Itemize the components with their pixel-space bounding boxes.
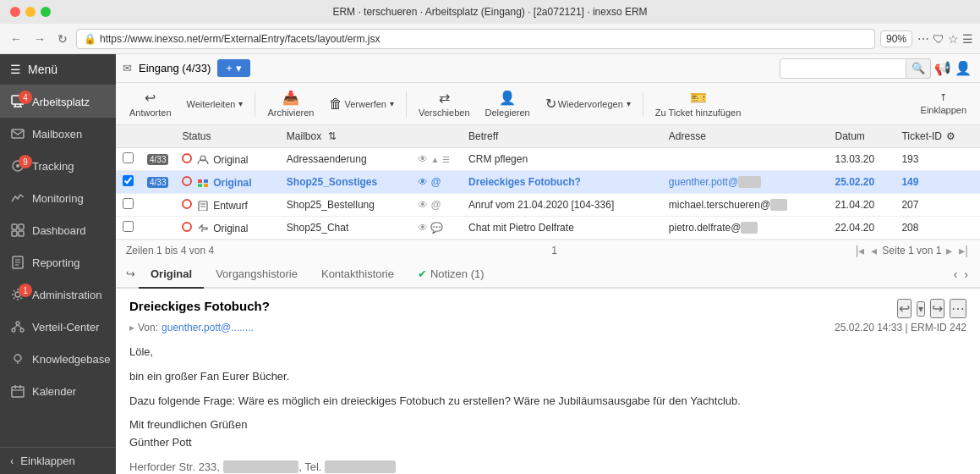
tab-kontakthistorie[interactable]: Kontakthistorie — [309, 261, 406, 289]
sidebar-collapse-button[interactable]: ‹ Einklappen — [0, 447, 116, 474]
weiterleiten-button[interactable]: Weiterleiten ▾ — [180, 96, 250, 113]
cell-betreff-1[interactable]: CRM pflegen — [462, 148, 662, 171]
sidebar-item-knowledgebase[interactable]: Knowledgebase — [0, 343, 116, 375]
tab-original[interactable]: Original — [139, 261, 204, 289]
tab-prev-btn[interactable]: ‹ — [952, 266, 960, 283]
table-row[interactable]: 4/33 Original Adressaenderung 👁 ▲ ☰ — [116, 148, 980, 171]
cell-check-1[interactable] — [116, 148, 140, 171]
cell-check-2[interactable] — [116, 171, 140, 194]
detail-forward-icon[interactable]: ↪ — [930, 299, 944, 318]
cell-datum-1: 13.03.20 — [828, 148, 895, 171]
svg-line-20 — [18, 325, 22, 328]
einklappen-button[interactable]: ⤒ Einklappen — [914, 89, 973, 118]
detail-more-icon[interactable]: ⋯ — [950, 299, 966, 318]
last-page-btn[interactable]: ▸| — [957, 244, 970, 257]
notification-icon[interactable]: 📢 — [933, 58, 953, 78]
cell-betreff-2[interactable]: Dreieckiges Fotobuch? — [462, 171, 662, 194]
sidebar-item-kalender[interactable]: Kalender — [0, 375, 116, 407]
tab-original-label: Original — [151, 267, 192, 280]
verwerfen-button[interactable]: 🗑 Verwerfen ▾ — [322, 93, 401, 115]
shield-icon[interactable]: 🛡 — [933, 32, 944, 46]
at-icon-3: @ — [430, 199, 441, 211]
col-header-status[interactable]: Status — [175, 125, 279, 148]
bookmark-icon[interactable]: ☆ — [948, 32, 959, 46]
antworten-icon: ↩ — [145, 90, 156, 106]
col-header-mailbox[interactable]: Mailbox ⇅ — [280, 125, 411, 148]
address-bar[interactable]: 🔒 https://www.inexso.net/erm/ExternalEnt… — [76, 29, 875, 49]
sidebar-item-arbeitsplatz[interactable]: 4 Arbeitsplatz — [0, 85, 116, 118]
cell-adresse-2: guenther.pott@........ — [662, 171, 829, 194]
search-button[interactable]: 🔍 — [906, 58, 931, 79]
table-row[interactable]: 4/33 Original Shop25_S — [116, 171, 980, 194]
up-icon-1: ▲ — [430, 155, 439, 164]
tab-vorgangshistorie[interactable]: Vorgangshistorie — [204, 261, 309, 289]
sidebar: ☰ Menü 4 Arbeitsplatz Ma — [0, 54, 116, 474]
archivieren-button[interactable]: 📥 Archivieren — [260, 86, 320, 121]
zu-ticket-button[interactable]: 🎫 Zu Ticket hinzufügen — [649, 86, 748, 121]
close-button[interactable] — [10, 7, 20, 17]
menu-button[interactable]: ☰ — [962, 32, 973, 46]
next-page-btn[interactable]: ▸ — [944, 244, 954, 257]
row-checkbox-2[interactable] — [123, 175, 134, 186]
col-header-betreff[interactable]: Betreff — [462, 125, 662, 148]
cell-betreff-4[interactable]: Chat mit Pietro Delfrate — [462, 217, 662, 240]
main-content: ✉ Eingang (4/33) + ▾ 🔍 📢 👤 ↩ Antworten W… — [116, 54, 980, 474]
sidebar-item-monitoring[interactable]: Monitoring — [0, 182, 116, 214]
reload-button[interactable]: ↻ — [54, 30, 71, 47]
verschieben-icon: ⇄ — [439, 90, 450, 106]
table-row[interactable]: Entwurf Shop25_Bestellung 👁 @ Anruf vom … — [116, 194, 980, 217]
sidebar-item-verteil-center[interactable]: Verteil-Center — [0, 311, 116, 343]
cell-mailbox-2[interactable]: Shop25_Sonstiges — [280, 171, 411, 194]
prev-page-btn[interactable]: ◂ — [869, 244, 879, 257]
minimize-button[interactable] — [25, 7, 36, 17]
detail-reply-icon[interactable]: ↩ — [897, 299, 912, 318]
row-checkbox-3[interactable] — [123, 198, 134, 209]
row-checkbox-4[interactable] — [123, 221, 134, 232]
tab-next-btn[interactable]: › — [962, 266, 970, 283]
svg-rect-23 — [12, 387, 24, 397]
cell-check-4[interactable] — [116, 217, 140, 240]
add-button[interactable]: + ▾ — [217, 59, 250, 77]
cell-betreff-3[interactable]: Anruf vom 21.04.2020 [104-336] — [462, 194, 662, 217]
verwerfen-label: Verwerfen — [344, 99, 386, 109]
search-box: 🔍 📢 👤 — [780, 58, 973, 79]
sidebar-item-reporting[interactable]: Reporting — [0, 246, 116, 278]
forward-button[interactable]: → — [30, 30, 49, 47]
svg-rect-31 — [204, 184, 208, 187]
col-header-adresse[interactable]: Adresse — [662, 125, 829, 148]
detail-dropdown-icon[interactable]: ▾ — [917, 301, 925, 317]
table-row[interactable]: Original Shop25_Chat 👁 💬 Chat mit Pietro… — [116, 217, 980, 240]
sidebar-item-dashboard[interactable]: Dashboard — [0, 214, 116, 246]
user-icon[interactable]: 👤 — [953, 58, 973, 78]
type-arrow-icon-4 — [197, 223, 209, 234]
detail-collapse-arrow[interactable]: ▸ — [129, 322, 134, 333]
chat-icon-4: 💬 — [430, 222, 443, 234]
first-page-btn[interactable]: |◂ — [854, 244, 867, 257]
col-header-ticket-id[interactable]: Ticket-ID ⚙ — [895, 125, 980, 148]
col-header-datum[interactable]: Datum — [828, 125, 895, 148]
sidebar-item-mailboxen[interactable]: Mailboxen — [0, 118, 116, 150]
maximize-button[interactable] — [41, 7, 51, 17]
col-header-check — [116, 125, 140, 148]
detail-date: 25.02.20 14:33 | ERM-ID 242 — [835, 322, 966, 333]
sidebar-item-administration[interactable]: 1 Administration — [0, 278, 116, 311]
collapse-icon: ‹ — [10, 455, 14, 467]
row-checkbox-1[interactable] — [123, 152, 134, 163]
cell-check-3[interactable] — [116, 194, 140, 217]
antworten-button[interactable]: ↩ Antworten — [123, 86, 178, 121]
weiterleiten-label: Weiterleiten — [187, 99, 236, 109]
sidebar-menu-header[interactable]: ☰ Menü — [0, 54, 116, 85]
svg-rect-9 — [12, 231, 17, 236]
extensions-button[interactable]: ⋯ — [917, 32, 929, 46]
cell-status-4: Original — [175, 217, 279, 240]
tab-notizen[interactable]: ✔ Notizen (1) — [406, 261, 496, 289]
search-input[interactable] — [780, 58, 906, 79]
delegieren-button[interactable]: 👤 Delegieren — [479, 86, 537, 121]
wiedervorlegen-button[interactable]: ↻ Wiedervorlegen ▾ — [539, 92, 638, 115]
archivieren-label: Archivieren — [267, 107, 314, 118]
svg-rect-4 — [12, 130, 24, 138]
detail-from-address[interactable]: guenther.pott@........ — [162, 322, 254, 333]
back-button[interactable]: ← — [7, 30, 25, 47]
verschieben-button[interactable]: ⇄ Verschieben — [412, 86, 477, 121]
sidebar-item-tracking[interactable]: 9 Tracking — [0, 150, 116, 182]
